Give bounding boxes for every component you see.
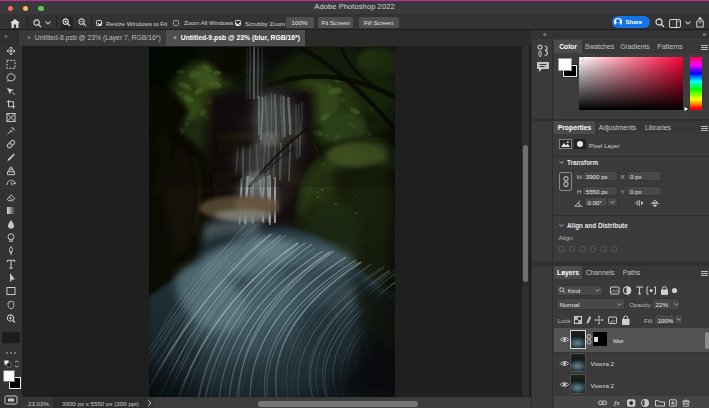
svg-text:fx: fx [614,399,620,407]
